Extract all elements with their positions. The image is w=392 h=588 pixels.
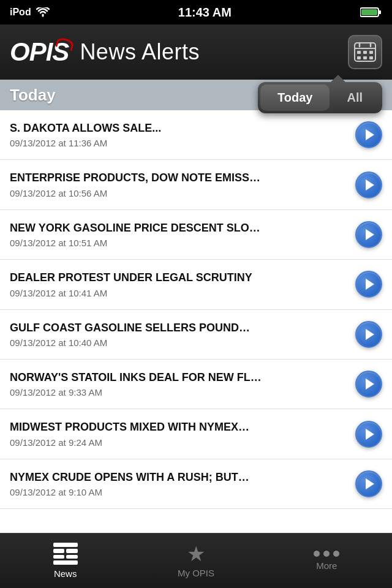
tab-my-opis[interactable]: ★ My OPIS	[130, 533, 261, 588]
news-headline-3: DEALER PROTEST UNDER LEGAL SCRUTINY	[10, 271, 348, 285]
news-arrow-button-3[interactable]	[355, 271, 382, 298]
arrow-right-icon-3	[366, 279, 374, 290]
star-icon: ★	[187, 543, 205, 564]
news-content-0: S. DAKOTA ALLOWS SALE...09/13/2012 at 11…	[10, 121, 348, 148]
filter-dropdown: Today All	[258, 82, 382, 113]
tab-more-label: More	[316, 560, 337, 571]
dot-2	[323, 551, 330, 557]
status-right	[360, 7, 382, 18]
news-time-2: 09/13/2012 at 10:51 AM	[10, 238, 348, 248]
section-header: Today Today All	[0, 80, 392, 110]
news-item-3[interactable]: DEALER PROTEST UNDER LEGAL SCRUTINY09/13…	[0, 260, 392, 309]
app-logo: OPIS News Alerts	[10, 37, 200, 67]
news-item-6[interactable]: MIDWEST PRODUCTS MIXED WITH NYMEX…09/13/…	[0, 409, 392, 459]
calendar-icon	[353, 40, 377, 64]
news-headline-2: NEW YORK GASOLINE PRICE DESCENT SLO…	[10, 221, 348, 235]
news-item-0[interactable]: S. DAKOTA ALLOWS SALE...09/13/2012 at 11…	[0, 110, 392, 160]
news-arrow-button-2[interactable]	[355, 221, 382, 248]
news-arrow-button-1[interactable]	[355, 172, 382, 198]
news-headline-5: NORWAY'S STATOIL INKS DEAL FOR NEW FL…	[10, 371, 348, 385]
section-title: Today	[10, 86, 56, 105]
news-item-4[interactable]: GULF COAST GASOLINE SELLERS POUND…09/13/…	[0, 310, 392, 360]
status-left: iPod	[10, 7, 50, 18]
calendar-button[interactable]	[348, 35, 382, 69]
arrow-right-icon-5	[366, 379, 374, 390]
svg-rect-8	[363, 51, 367, 54]
news-time-0: 09/13/2012 at 11:36 AM	[10, 138, 348, 148]
svg-rect-10	[357, 56, 361, 59]
arrow-right-icon-2	[366, 229, 374, 240]
news-arrow-button-4[interactable]	[355, 321, 382, 348]
news-item-5[interactable]: NORWAY'S STATOIL INKS DEAL FOR NEW FL…09…	[0, 360, 392, 409]
news-headline-7: NYMEX CRUDE OPENS WITH A RUSH; BUT…	[10, 470, 348, 484]
tab-my-opis-label: My OPIS	[178, 568, 214, 578]
news-headline-4: GULF COAST GASOLINE SELLERS POUND…	[10, 321, 348, 335]
news-content-3: DEALER PROTEST UNDER LEGAL SCRUTINY09/13…	[10, 271, 348, 298]
dot-3	[333, 551, 339, 557]
news-content-4: GULF COAST GASOLINE SELLERS POUND…09/13/…	[10, 321, 348, 348]
news-content-7: NYMEX CRUDE OPENS WITH A RUSH; BUT…09/13…	[10, 470, 348, 497]
news-time-1: 09/13/2012 at 10:56 AM	[10, 188, 348, 198]
news-tab-icon	[53, 543, 78, 565]
news-content-1: ENTERPRISE PRODUCTS, DOW NOTE EMISS…09/1…	[10, 171, 348, 198]
news-item-7[interactable]: NYMEX CRUDE OPENS WITH A RUSH; BUT…09/13…	[0, 459, 392, 509]
arrow-right-icon-0	[366, 129, 374, 140]
status-time: 11:43 AM	[178, 6, 232, 20]
filter-today-button[interactable]: Today	[260, 85, 330, 111]
news-time-5: 09/13/2012 at 9:33 AM	[10, 387, 348, 398]
news-headline-1: ENTERPRISE PRODUCTS, DOW NOTE EMISS…	[10, 171, 348, 185]
wifi-icon	[36, 7, 50, 17]
news-list: S. DAKOTA ALLOWS SALE...09/13/2012 at 11…	[0, 110, 392, 533]
news-time-4: 09/13/2012 at 10:40 AM	[10, 337, 348, 348]
device-label: iPod	[10, 7, 31, 18]
arrow-right-icon-4	[366, 329, 374, 340]
logo-opis: OPIS	[10, 37, 69, 67]
tab-bar: News ★ My OPIS More	[0, 533, 392, 588]
news-content-2: NEW YORK GASOLINE PRICE DESCENT SLO…09/1…	[10, 221, 348, 248]
dot-1	[314, 551, 320, 557]
battery-icon	[360, 7, 382, 18]
more-dots-icon	[314, 551, 339, 557]
filter-all-button[interactable]: All	[330, 85, 380, 111]
news-time-7: 09/13/2012 at 9:10 AM	[10, 487, 348, 497]
arrow-right-icon-6	[366, 429, 374, 440]
tab-more[interactable]: More	[262, 533, 392, 588]
news-headline-0: S. DAKOTA ALLOWS SALE...	[10, 121, 348, 135]
news-arrow-button-6[interactable]	[355, 421, 382, 448]
news-item-1[interactable]: ENTERPRISE PRODUCTS, DOW NOTE EMISS…09/1…	[0, 160, 392, 209]
svg-rect-11	[363, 56, 367, 59]
news-time-3: 09/13/2012 at 10:41 AM	[10, 288, 348, 298]
news-arrow-button-5[interactable]	[355, 371, 382, 398]
app-header: OPIS News Alerts	[0, 24, 392, 80]
tab-news[interactable]: News	[0, 533, 130, 588]
news-time-6: 09/13/2012 at 9:24 AM	[10, 437, 348, 448]
news-item-2[interactable]: NEW YORK GASOLINE PRICE DESCENT SLO…09/1…	[0, 210, 392, 260]
svg-rect-12	[369, 56, 373, 59]
news-content-5: NORWAY'S STATOIL INKS DEAL FOR NEW FL…09…	[10, 371, 348, 398]
arrow-right-icon-1	[366, 179, 374, 190]
svg-rect-1	[379, 10, 381, 14]
svg-rect-7	[357, 51, 361, 54]
status-bar: iPod 11:43 AM	[0, 0, 392, 24]
news-headline-6: MIDWEST PRODUCTS MIXED WITH NYMEX…	[10, 420, 348, 434]
svg-rect-9	[369, 51, 373, 54]
logo-text: News Alerts	[80, 39, 200, 65]
svg-rect-2	[361, 9, 377, 15]
news-arrow-button-0[interactable]	[355, 121, 382, 148]
tab-news-label: News	[54, 568, 77, 579]
news-content-6: MIDWEST PRODUCTS MIXED WITH NYMEX…09/13/…	[10, 420, 348, 447]
arrow-right-icon-7	[366, 478, 374, 489]
news-arrow-button-7[interactable]	[355, 470, 382, 497]
filter-arrow	[331, 75, 345, 82]
